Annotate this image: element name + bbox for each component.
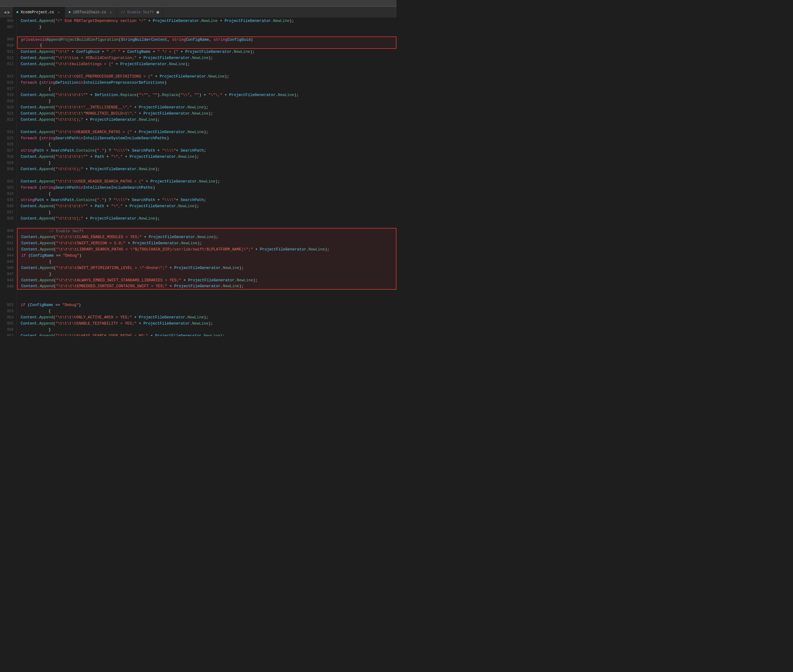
table-row: 915 Content.Append("\t\t\t\tGCC_PREPROCE… [0,74,396,80]
line-content [17,172,396,179]
table-row: 919 } [0,98,396,104]
line-content: { [17,191,396,197]
line-content [17,123,396,129]
table-row: 912 Content.Append("\t\t\tisa = XCBuildC… [0,55,396,61]
line-content: Content.Append("\t\t\t\tLIBRARY_SEARCH_P… [17,246,396,253]
tab-label: XcodeProject.cs [21,10,54,14]
line-number: 911 [0,49,17,55]
table-row [0,172,396,179]
line-number [0,30,17,37]
table-row: 909 private void AppendProjectBuildConfi… [0,37,396,43]
table-row: 930 Content.Append("\t\t\t\t);" + Projec… [0,166,396,172]
line-content: Content.Append("\t\t\tisa = XCBuildConfi… [17,55,396,61]
nav-back-icon[interactable]: ◀ [4,10,6,15]
line-number: 946 [0,265,17,271]
line-number: 912 [0,55,17,61]
table-row: 932 Content.Append("\t\t\t\tUSER_HEADER_… [0,179,396,185]
line-content: Content.Append("\t\t\t\tSWIFT_VERSION = … [17,240,396,246]
table-row: 941 Content.Append("\t\t\t\tCLANG_ENABLE… [0,234,396,240]
tab-iostoolchain[interactable]: ■ iOSToolChain.cs ✕ [65,7,117,18]
tab-close-icon2[interactable]: ✕ [109,10,113,14]
tab-xcode-project[interactable]: ■ XcodeProject.cs ✕ [13,7,65,18]
line-number: 937 [0,210,17,216]
line-number: 957 [0,333,17,336]
title-bar [0,0,396,7]
line-number: 924 [0,129,17,135]
line-number: 936 [0,203,17,210]
line-number: 926 [0,141,17,147]
line-content: Content.Append("\t\t\t\t\t\"" + Path + "… [17,154,396,160]
line-content: string Path = SearchPath.Contains(".") ?… [17,197,396,203]
table-row: 942 Content.Append("\t\t\t\tSWIFT_VERSIO… [0,240,396,246]
table-row: 934 { [0,191,396,197]
line-content: Content.Append("\t\t\t\t\t\"" + Definiti… [17,92,396,98]
line-number: 927 [0,147,17,154]
line-number: 906 [0,18,17,24]
tab-close-icon[interactable]: ✕ [56,10,61,14]
table-row: 944 if (ConfigName == "Debug") [0,253,396,259]
line-number: 944 [0,253,17,259]
tab-enable-swift[interactable]: // Enable Swift [117,7,163,18]
line-content: Content.Append("\t\t\t\tALWAYS_EMBED_SWI… [17,277,396,283]
table-row: 929 } [0,160,396,166]
line-content: Content.Append("\t\t\t\tGCC_PREPROCESSOR… [17,74,396,80]
line-content: Content.Append("\t\t\t\tHEADER_SEARCH_PA… [17,129,396,135]
line-number: 933 [0,185,17,191]
line-content: } [17,210,396,216]
line-number: 915 [0,74,17,80]
line-number [0,172,17,179]
line-content: Content.Append("\t\t\t\tUSER_HEADER_SEAR… [17,179,396,185]
table-row: 921 Content.Append("\t\t\t\t\t\"MONOLITH… [0,110,396,117]
line-number: 942 [0,240,17,246]
line-number: 922 [0,117,17,123]
table-row: 927 string Path = SearchPath.Contains(".… [0,147,396,154]
code-wrapper: 906 Content.Append("/* End PBXTargetDepe… [0,18,396,336]
line-content: Content.Append("\t\t\t\t\t\"__INTELLISEN… [17,104,396,110]
table-row: 913 Content.Append("\t\t\tbuildSettings … [0,61,396,67]
line-number: 940 [0,228,17,234]
line-content: Content.Append("\t\t\t\t);" + ProjectFil… [17,216,396,222]
line-content [17,67,396,74]
table-row: 946 Content.Append("\t\t\t\tSWIFT_OPTIMI… [0,265,396,271]
line-content: Content.Append("\t\t\t\t);" + ProjectFil… [17,166,396,172]
line-content: Content.Append("\t\t\t\t);" + ProjectFil… [17,117,396,123]
nav-forward-icon[interactable]: ▶ [7,10,10,15]
line-content: { [17,141,396,147]
table-row: 922 Content.Append("\t\t\t\t);" + Projec… [0,117,396,123]
nav-arrows[interactable]: ◀ ▶ [1,7,13,18]
line-number: 935 [0,197,17,203]
line-number [0,290,17,296]
table-row: 920 Content.Append("\t\t\t\t\t\"__INTELL… [0,104,396,110]
line-number: 913 [0,61,17,67]
line-number [0,296,17,302]
line-content: foreach (string Definition in IntelliSen… [17,80,396,86]
table-row: 948 Content.Append("\t\t\t\tALWAYS_EMBED… [0,277,396,283]
table-row [0,67,396,74]
line-number [0,123,17,129]
table-row: 911 Content.Append("\t\t" + ConfigGuid +… [0,49,396,55]
tab-unsaved-dot [157,11,159,14]
line-content: if (ConfigName == "Debug") [17,302,396,308]
line-number: 907 [0,24,17,30]
line-content: Content.Append("\t\t\t\tENABLE_TESTABILI… [17,320,396,327]
table-row: 907 } [0,24,396,30]
line-content [17,30,396,37]
table-row: 947 } [0,271,396,277]
line-content [17,296,396,302]
line-number: 941 [0,234,17,240]
line-number: 925 [0,135,17,141]
line-number: 930 [0,166,17,172]
line-number: 953 [0,308,17,314]
line-number: 932 [0,179,17,185]
code-editor[interactable]: 906 Content.Append("/* End PBXTargetDepe… [0,18,396,336]
line-content: Content.Append("\t\t\t\tONLY_ACTIVE_ARCH… [17,314,396,320]
main-window: ◀ ▶ ■ XcodeProject.cs ✕ ■ iOSToolChain.c… [0,0,396,336]
line-number: 918 [0,92,17,98]
line-content: Content.Append("\t\t\t\tCLANG_ENABLE_MOD… [17,234,396,240]
tab-icon: ■ [16,11,18,14]
table-row: 925 foreach (string SearchPath in Intell… [0,135,396,141]
line-number: 956 [0,327,17,333]
line-content: } [17,327,396,333]
table-row: 928 Content.Append("\t\t\t\t\t\"" + Path… [0,154,396,160]
line-content [17,222,396,228]
